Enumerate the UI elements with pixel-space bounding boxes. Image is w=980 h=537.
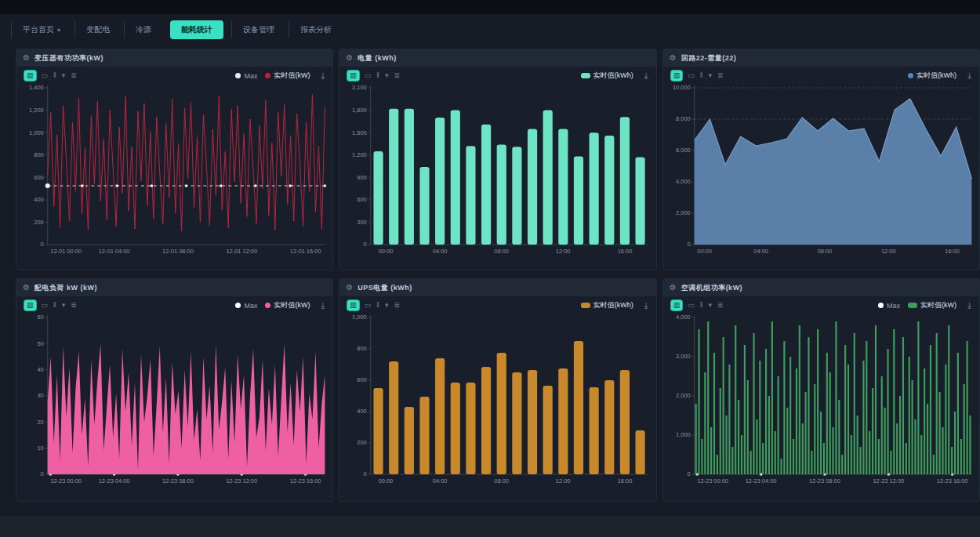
svg-text:12-01 04:00: 12-01 04:00 bbox=[99, 248, 130, 255]
download-icon[interactable]: ⤓ bbox=[644, 71, 648, 81]
nav-tab-4[interactable]: 能耗统计 bbox=[170, 20, 223, 39]
download-icon[interactable]: ⤓ bbox=[967, 300, 971, 310]
gear-icon[interactable]: ⚙ bbox=[346, 284, 353, 292]
stack-icon[interactable]: ‖ bbox=[53, 302, 56, 309]
magic-type-bar-icon[interactable]: ▥ bbox=[347, 71, 359, 81]
svg-text:00:00: 00:00 bbox=[697, 248, 712, 255]
gear-icon[interactable]: ⚙ bbox=[23, 54, 30, 62]
nav-tab-1[interactable]: 平台首页▾ bbox=[11, 21, 71, 38]
svg-text:12-23 04:00: 12-23 04:00 bbox=[745, 477, 776, 484]
svg-text:0: 0 bbox=[364, 470, 367, 477]
legend-label: Max bbox=[887, 302, 900, 310]
magic-type-bar-icon[interactable]: ▥ bbox=[671, 71, 683, 81]
hvac-thin-bar-chart[interactable]: 4,0003,0002,0001,000012-23 00:0012-23 04… bbox=[663, 311, 979, 490]
magic-type-bar-icon[interactable]: ▥ bbox=[347, 300, 359, 310]
svg-text:20: 20 bbox=[37, 419, 43, 426]
nav-tab-2[interactable]: 变配电 bbox=[74, 21, 121, 38]
data-view-icon[interactable]: ≣ bbox=[71, 302, 77, 309]
nav-tab-3[interactable]: 冷源 bbox=[124, 21, 162, 38]
svg-text:200: 200 bbox=[358, 439, 367, 446]
legend-item[interactable]: 实时值(kW) bbox=[908, 300, 956, 310]
stack-icon[interactable]: ‖ bbox=[700, 302, 703, 309]
panel-title: 变压器有功功率(kW) bbox=[34, 53, 103, 63]
footer-bar bbox=[0, 516, 980, 537]
svg-text:12-01 08:00: 12-01 08:00 bbox=[162, 248, 194, 255]
legend-item[interactable]: Max bbox=[235, 302, 257, 310]
nav-tab-label: 变配电 bbox=[86, 24, 110, 35]
svg-text:600: 600 bbox=[358, 196, 367, 203]
panel-load-spikes: ⚙ 配电负荷 kW (kW) ▥▭‖▾≣ Max实时值(kW)⤓ 6050403… bbox=[16, 278, 333, 502]
power-line-chart[interactable]: 1,4001,2001,000800600400200012-01 00:001… bbox=[16, 82, 332, 260]
legend-item[interactable]: 实时值(kWh) bbox=[581, 71, 633, 81]
legend-item[interactable]: Max bbox=[235, 72, 257, 80]
svg-text:00:00: 00:00 bbox=[379, 248, 394, 255]
magic-type-bar-icon[interactable]: ▥ bbox=[671, 300, 683, 310]
panel-header: ⚙ 电量 (kWh) bbox=[339, 49, 655, 67]
gear-icon[interactable]: ⚙ bbox=[670, 54, 677, 62]
stack-icon[interactable]: ‖ bbox=[700, 72, 703, 79]
nav-tab-5[interactable]: 设备管理 bbox=[231, 21, 285, 38]
data-view-icon[interactable]: ≣ bbox=[717, 302, 724, 309]
magic-type-line-icon[interactable]: ▭ bbox=[688, 302, 695, 309]
magic-type-line-icon[interactable]: ▭ bbox=[42, 72, 49, 79]
svg-text:400: 400 bbox=[358, 408, 367, 415]
chevron-down-icon: ▾ bbox=[57, 27, 60, 34]
legend-label: 实时值(kWh) bbox=[593, 71, 633, 81]
demand-area-chart[interactable]: 10,0008,0006,0004,0002,000000:0004:0008:… bbox=[663, 82, 979, 260]
stack-icon[interactable]: ‖ bbox=[376, 302, 379, 309]
svg-text:10,000: 10,000 bbox=[673, 84, 691, 91]
download-icon[interactable]: ⤓ bbox=[644, 300, 648, 310]
legend-item[interactable]: 实时值(kWh) bbox=[908, 71, 956, 81]
energy-bar-chart[interactable]: 2,1001,8001,5001,200900600300000:0004:00… bbox=[339, 82, 655, 260]
data-view-icon[interactable]: ≣ bbox=[71, 72, 77, 79]
load-spike-chart[interactable]: 605040302010012-23 00:0012-23 04:0012-23… bbox=[16, 311, 332, 490]
data-view-icon[interactable]: ≣ bbox=[394, 72, 401, 79]
legend-item[interactable]: 实时值(kWh) bbox=[581, 300, 633, 310]
svg-text:1,400: 1,400 bbox=[29, 84, 44, 91]
svg-text:50: 50 bbox=[37, 340, 43, 347]
legend-marker bbox=[235, 303, 241, 308]
restore-icon[interactable]: ▾ bbox=[708, 72, 712, 79]
nav-tab-label: 报表分析 bbox=[300, 24, 332, 35]
svg-text:800: 800 bbox=[358, 345, 367, 352]
magic-type-bar-icon[interactable]: ▥ bbox=[24, 71, 36, 81]
data-view-icon[interactable]: ≣ bbox=[394, 302, 401, 309]
gear-icon[interactable]: ⚙ bbox=[346, 54, 353, 62]
svg-text:0: 0 bbox=[687, 470, 690, 477]
download-icon[interactable]: ⤓ bbox=[321, 71, 325, 81]
magic-type-line-icon[interactable]: ▭ bbox=[688, 72, 695, 79]
restore-icon[interactable]: ▾ bbox=[385, 302, 389, 309]
legend-item[interactable]: 实时值(kW) bbox=[265, 300, 310, 310]
svg-text:16:00: 16:00 bbox=[618, 248, 633, 255]
ups-bar-chart[interactable]: 1,000800600400200000:0004:0008:0012:0016… bbox=[339, 311, 655, 490]
magic-type-line-icon[interactable]: ▭ bbox=[42, 302, 49, 309]
legend-item[interactable]: Max bbox=[878, 302, 900, 310]
data-view-icon[interactable]: ≣ bbox=[717, 72, 724, 79]
download-icon[interactable]: ⤓ bbox=[321, 300, 325, 310]
chart-toolbox: ▥▭‖▾≣ bbox=[671, 300, 724, 310]
panel-ups-energy: ⚙ UPS电量 (kWh) ▥▭‖▾≣ 实时值(kWh)⤓ 1,00080060… bbox=[339, 278, 656, 502]
legend-label: 实时值(kWh) bbox=[916, 71, 956, 81]
legend-item[interactable]: 实时值(kW) bbox=[265, 71, 310, 81]
restore-icon[interactable]: ▾ bbox=[62, 72, 66, 79]
restore-icon[interactable]: ▾ bbox=[385, 72, 389, 79]
svg-text:200: 200 bbox=[34, 219, 43, 226]
magic-type-bar-icon[interactable]: ▥ bbox=[24, 300, 36, 310]
download-icon[interactable]: ⤓ bbox=[967, 71, 971, 81]
svg-text:3,000: 3,000 bbox=[676, 353, 691, 360]
svg-text:12:00: 12:00 bbox=[556, 477, 571, 484]
stack-icon[interactable]: ‖ bbox=[53, 72, 56, 79]
gear-icon[interactable]: ⚙ bbox=[23, 284, 30, 292]
magic-type-line-icon[interactable]: ▭ bbox=[365, 72, 372, 79]
svg-text:12-23 00:00: 12-23 00:00 bbox=[697, 477, 728, 484]
gear-icon[interactable]: ⚙ bbox=[670, 284, 677, 292]
nav-tab-label: 冷源 bbox=[136, 24, 151, 35]
legend-label: 实时值(kW) bbox=[274, 71, 310, 81]
svg-text:04:00: 04:00 bbox=[433, 248, 448, 255]
restore-icon[interactable]: ▾ bbox=[708, 302, 712, 309]
stack-icon[interactable]: ‖ bbox=[376, 72, 379, 79]
magic-type-line-icon[interactable]: ▭ bbox=[365, 302, 372, 309]
restore-icon[interactable]: ▾ bbox=[62, 302, 66, 309]
svg-text:08:00: 08:00 bbox=[495, 477, 510, 484]
nav-tab-6[interactable]: 报表分析 bbox=[289, 21, 343, 38]
